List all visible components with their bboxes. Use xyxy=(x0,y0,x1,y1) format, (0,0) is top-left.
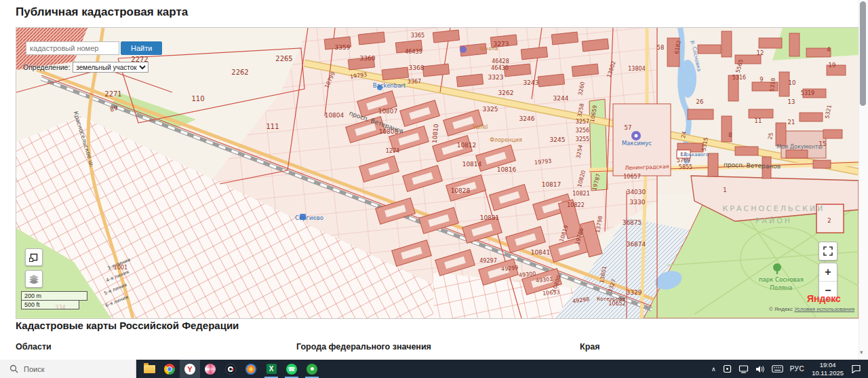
svg-text:13804: 13804 xyxy=(628,66,645,72)
tray-clock[interactable]: 19:04 10.11.2025 xyxy=(808,361,848,377)
svg-text:3243: 3243 xyxy=(524,79,539,86)
svg-text:10817: 10817 xyxy=(542,181,561,188)
svg-text:46428: 46428 xyxy=(492,58,509,64)
svg-text:5316: 5316 xyxy=(732,75,746,81)
svg-text:2271: 2271 xyxy=(104,90,121,98)
svg-text:3329: 3329 xyxy=(627,289,642,296)
fullscreen-icon xyxy=(823,246,833,256)
tray-volume-icon[interactable] xyxy=(752,360,768,378)
copyright-text: © Яндекс xyxy=(769,306,793,312)
tray-chevron-up-icon[interactable]: ∧ xyxy=(708,360,719,378)
layers-button[interactable] xyxy=(25,270,43,288)
svg-text:1: 1 xyxy=(723,187,726,193)
chrome-icon[interactable] xyxy=(159,360,180,378)
pink-app-icon[interactable] xyxy=(200,360,220,378)
svg-text:10816: 10816 xyxy=(497,166,517,173)
column-heading-0: Области xyxy=(16,342,52,352)
svg-text:Backenbart: Backenbart xyxy=(373,82,406,89)
search-input[interactable] xyxy=(26,41,119,55)
svg-text:19: 19 xyxy=(829,62,836,69)
tray-language[interactable]: РУС xyxy=(787,360,808,378)
map-attribution: © Яндекс Условия использования xyxy=(769,306,854,312)
desktop-screen: { "page": { "title": "Публичная кадастро… xyxy=(0,0,868,378)
system-tray: ∧ РУС 19:04 10.11.2025 xyxy=(708,360,868,378)
search-button[interactable]: Найти xyxy=(121,41,162,55)
map-search-bar: Найти xyxy=(26,41,162,55)
svg-text:5855: 5855 xyxy=(679,164,692,170)
svg-text:10657: 10657 xyxy=(623,174,640,180)
scrollbar-down-arrow[interactable]: ▾ xyxy=(860,349,863,356)
action-center-icon[interactable] xyxy=(848,360,868,378)
taskbar-search-placeholder: Поиск xyxy=(24,365,44,373)
file-explorer-icon[interactable] xyxy=(139,360,159,378)
excel-icon[interactable]: X xyxy=(261,360,281,378)
filter-label: Определение: xyxy=(23,63,70,71)
svg-text:49297: 49297 xyxy=(479,258,496,264)
svg-text:3245: 3245 xyxy=(550,136,566,143)
page-title: Публичная кадастровая карта xyxy=(16,5,188,19)
whatsapp-icon[interactable]: ☎ xyxy=(281,360,302,378)
svg-text:3255: 3255 xyxy=(576,136,589,143)
svg-text:11: 11 xyxy=(755,117,762,124)
svg-text:10821: 10821 xyxy=(572,191,589,197)
scale-bar: 200 m 500 ft xyxy=(21,291,87,309)
svg-text:1274: 1274 xyxy=(386,148,399,154)
record-app-icon[interactable] xyxy=(220,360,241,378)
svg-text:10653: 10653 xyxy=(542,289,560,297)
measure-tool-button[interactable] xyxy=(25,248,43,266)
svg-text:3367: 3367 xyxy=(408,79,421,85)
cadastral-map[interactable]: 2272226522622271110111893359336033654643… xyxy=(16,27,859,319)
svg-text:КРАСНОСЕЛЬСКИЙ: КРАСНОСЕЛЬСКИЙ xyxy=(723,204,825,213)
svg-text:3359: 3359 xyxy=(335,44,351,51)
svg-text:4: 4 xyxy=(827,46,830,53)
svg-text:34030: 34030 xyxy=(627,189,646,195)
svg-text:110: 110 xyxy=(191,95,204,102)
green-messenger-icon[interactable] xyxy=(302,360,322,378)
svg-text:10841: 10841 xyxy=(531,249,551,256)
filter-select[interactable]: земельный участок xyxy=(73,62,149,73)
svg-text:36874: 36874 xyxy=(627,241,646,248)
yandex-browser-icon[interactable]: Y xyxy=(180,360,200,378)
tray-date: 10.11.2025 xyxy=(812,369,844,377)
svg-text:Мои Документы: Мои Документы xyxy=(776,144,822,150)
taskbar-search[interactable]: Поиск xyxy=(0,360,136,378)
svg-text:46430: 46430 xyxy=(491,65,508,71)
fullscreen-button[interactable] xyxy=(818,242,837,261)
tray-time: 19:04 xyxy=(812,361,844,368)
terms-link[interactable]: Условия использования xyxy=(794,306,854,312)
tray-keyboard-icon[interactable] xyxy=(768,360,787,378)
scale-metric: 200 m xyxy=(21,291,87,301)
taskbar: Поиск YX☎ ∧ РУС 19:04 10.11.2025 xyxy=(0,360,868,378)
svg-text:3256: 3256 xyxy=(576,128,589,134)
svg-text:2262: 2262 xyxy=(231,69,248,76)
svg-text:3368: 3368 xyxy=(409,64,425,71)
map-filter: Определение: земельный участок xyxy=(23,62,149,73)
svg-text:Флоренция: Флоренция xyxy=(490,137,522,143)
search-icon xyxy=(9,364,18,373)
zoom-in-button[interactable]: + xyxy=(819,263,837,282)
svg-text:3262: 3262 xyxy=(498,90,514,96)
svg-text:10807: 10807 xyxy=(378,108,398,115)
svg-text:3360: 3360 xyxy=(360,55,376,62)
svg-text:Котельная: Котельная xyxy=(597,296,625,302)
svg-text:46439: 46439 xyxy=(405,49,422,55)
svg-text:3257: 3257 xyxy=(576,119,589,125)
svg-text:3365: 3365 xyxy=(411,33,425,39)
svg-text:8: 8 xyxy=(728,132,732,138)
svg-text:2265: 2265 xyxy=(275,55,292,62)
svg-text:10828: 10828 xyxy=(451,187,471,194)
layers-icon xyxy=(28,274,39,284)
tray-update-icon[interactable] xyxy=(719,360,735,378)
scrollbar-thumb[interactable] xyxy=(860,1,866,106)
svg-text:10804: 10804 xyxy=(325,112,344,119)
yandex-logo[interactable]: Яндекс xyxy=(807,293,841,304)
tray-network-icon[interactable] xyxy=(735,360,752,378)
svg-text:3323: 3323 xyxy=(488,74,504,81)
svg-text:10: 10 xyxy=(789,79,796,86)
svg-text:10812: 10812 xyxy=(457,142,477,149)
section-heading: Кадастровые карты Российской Федерации xyxy=(16,320,239,331)
flower-app-icon[interactable] xyxy=(241,360,261,378)
svg-text:РАЙОН: РАЙОН xyxy=(755,216,792,225)
svg-text:5318: 5318 xyxy=(769,77,776,92)
svg-text:24: 24 xyxy=(680,131,688,139)
